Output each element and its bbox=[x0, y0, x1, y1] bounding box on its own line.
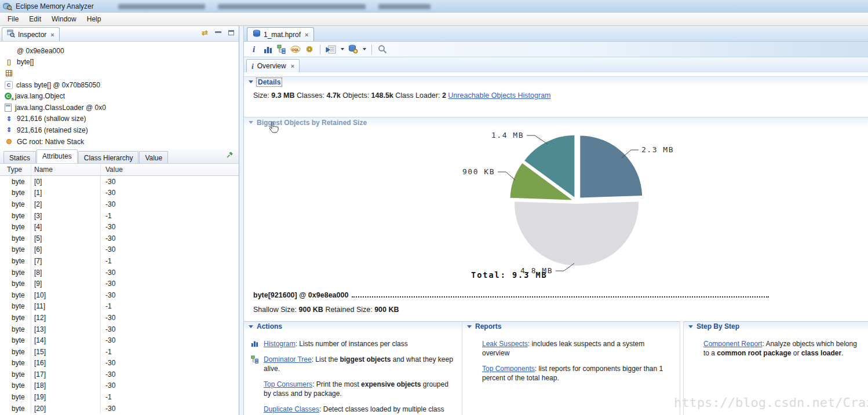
table-row[interactable]: byte[4]-30 bbox=[0, 221, 239, 233]
biggest-objects-section-header[interactable]: Biggest Objects by Retained Size bbox=[244, 117, 868, 127]
cell-type: byte bbox=[0, 393, 31, 401]
link-dominator-tree[interactable]: Dominator Tree bbox=[264, 355, 312, 363]
table-row[interactable]: byte[1]-30 bbox=[0, 188, 239, 199]
editor-tab-label: 1_mat.hprof bbox=[264, 31, 301, 39]
action-item-top-consumers: Top Consumers: Print the most expensive … bbox=[250, 380, 454, 398]
close-icon[interactable]: × bbox=[291, 63, 294, 69]
tab-attributes[interactable]: Attributes bbox=[37, 149, 78, 163]
menu-help[interactable]: Help bbox=[82, 13, 107, 25]
action-item-text: Histogram: Lists number of instances per… bbox=[264, 340, 408, 348]
dropdown-arrow-icon[interactable] bbox=[363, 48, 366, 50]
inspector-item-label: java.lang.ClassLoader @ 0x0 bbox=[15, 104, 106, 112]
link-component-report[interactable]: Component Report bbox=[703, 340, 762, 348]
table-row[interactable]: byte[7]-1 bbox=[0, 255, 239, 267]
table-row[interactable]: byte[16]-30 bbox=[0, 358, 239, 369]
link-top-components[interactable]: Top Components bbox=[482, 365, 535, 373]
tab-statics[interactable]: Statics bbox=[3, 151, 36, 163]
editor-tab-hprof[interactable]: 1_mat.hprof × bbox=[247, 27, 314, 41]
inspector-item[interactable] bbox=[0, 68, 239, 79]
table-row[interactable]: byte[0]-30 bbox=[0, 176, 239, 188]
inspector-item[interactable]: class byte[] @ 0x70b85050 bbox=[0, 79, 239, 91]
histogram-icon[interactable] bbox=[262, 43, 273, 55]
details-section-header[interactable]: Details bbox=[244, 76, 868, 87]
inspector-item[interactable]: @ 0x9e8ea000 bbox=[0, 45, 239, 57]
action-item-dominator-tree: Dominator Tree: List the biggest objects… bbox=[250, 355, 454, 373]
close-icon[interactable]: × bbox=[50, 31, 54, 38]
cell-type: byte bbox=[0, 178, 31, 186]
oql-icon[interactable]: OQL bbox=[290, 43, 301, 55]
table-row[interactable]: byte[10]-30 bbox=[0, 289, 239, 301]
table-row[interactable]: byte[12]-30 bbox=[0, 312, 239, 324]
svg-text:OQL: OQL bbox=[292, 48, 300, 52]
column-header-value[interactable]: Value bbox=[100, 164, 239, 175]
table-row[interactable]: byte[15]-1 bbox=[0, 346, 239, 358]
pin-icon[interactable] bbox=[227, 151, 234, 160]
cell-value: -30 bbox=[100, 289, 239, 301]
table-row[interactable]: byte[13]-30 bbox=[0, 324, 239, 335]
inspector-item[interactable]: java.lang.ClassLoader @ 0x0 bbox=[0, 102, 239, 113]
cell-value: -30 bbox=[100, 403, 239, 414]
pie-slice-2-3-mb[interactable] bbox=[580, 136, 642, 198]
inspector-item[interactable]: byte[] bbox=[0, 57, 239, 68]
inspector-item-label: java.lang.Object bbox=[15, 92, 65, 100]
sync-icon[interactable]: ⇄ bbox=[202, 29, 208, 36]
run-expert-report-icon[interactable] bbox=[326, 43, 336, 55]
step-by-step-header-label: Step By Step bbox=[696, 322, 739, 330]
cell-type: byte bbox=[0, 234, 31, 243]
inspector-item[interactable]: 921,616 (shallow size) bbox=[0, 113, 239, 125]
cell-value: -30 bbox=[100, 221, 239, 233]
table-row[interactable]: byte[6]-30 bbox=[0, 244, 239, 256]
step-item-text: Component Report: Analyze objects which … bbox=[703, 340, 857, 357]
array-icon bbox=[5, 58, 13, 66]
inspector-item[interactable]: GC root: Native Stack bbox=[0, 136, 239, 148]
info-icon[interactable]: i bbox=[249, 43, 259, 55]
table-row[interactable]: byte[5]-30 bbox=[0, 233, 239, 244]
maximize-icon[interactable] bbox=[228, 30, 234, 35]
link-leak-suspects[interactable]: Leak Suspects bbox=[482, 340, 528, 348]
tab-overview[interactable]: i Overview × bbox=[246, 59, 300, 72]
reports-body: Leak Suspects: includes leak suspects an… bbox=[462, 331, 680, 383]
step-by-step-section-header[interactable]: Step By Step bbox=[684, 321, 868, 331]
panel-divider[interactable] bbox=[239, 26, 244, 415]
table-row[interactable]: byte[17]-30 bbox=[0, 369, 239, 380]
calculate-retained-size-icon[interactable] bbox=[304, 43, 315, 55]
link-histogram[interactable]: Histogram bbox=[264, 340, 296, 348]
table-row[interactable]: byte[19]-1 bbox=[0, 391, 239, 403]
tab-class-hierarchy[interactable]: Class Hierarchy bbox=[78, 151, 139, 163]
open-heap-objects-icon[interactable] bbox=[348, 43, 358, 55]
inspector-item[interactable]: 921,616 (retained size) bbox=[0, 124, 239, 136]
menu-window[interactable]: Window bbox=[46, 13, 82, 25]
menu-edit[interactable]: Edit bbox=[24, 13, 46, 25]
menu-file[interactable]: File bbox=[2, 13, 24, 25]
dominator-tree-icon[interactable] bbox=[276, 43, 287, 55]
column-header-type[interactable]: Type bbox=[0, 166, 31, 174]
table-row[interactable]: byte[18]-30 bbox=[0, 380, 239, 392]
table-row[interactable]: byte[9]-30 bbox=[0, 278, 239, 289]
minimize-icon[interactable] bbox=[215, 30, 221, 35]
inspector-view-tab[interactable]: Inspector × bbox=[2, 27, 60, 41]
pie-slice-4-8-mb[interactable] bbox=[515, 201, 639, 266]
selected-object-label[interactable]: byte[921600] @ 0x9e8ea000 bbox=[253, 291, 348, 299]
table-row[interactable]: byte[3]-1 bbox=[0, 210, 239, 222]
dropdown-arrow-icon[interactable] bbox=[341, 48, 344, 50]
link-unreachable-objects-histogram[interactable]: Unreachable Objects Histogram bbox=[448, 91, 550, 100]
table-row[interactable]: byte[8]-30 bbox=[0, 267, 239, 278]
table-row[interactable]: byte[14]-30 bbox=[0, 335, 239, 346]
table-row[interactable]: byte[20]-30 bbox=[0, 403, 239, 414]
link-duplicate-classes[interactable]: Duplicate Classes bbox=[264, 405, 319, 413]
superclass-icon bbox=[5, 93, 12, 100]
action-item-text: Top Consumers: Print the most expensive … bbox=[264, 380, 448, 398]
table-row[interactable]: byte[2]-30 bbox=[0, 199, 239, 210]
actions-section-header[interactable]: Actions bbox=[244, 321, 462, 331]
close-icon[interactable]: × bbox=[305, 31, 308, 38]
link-top-consumers[interactable]: Top Consumers bbox=[264, 380, 312, 388]
reports-section-header[interactable]: Reports bbox=[462, 321, 680, 331]
column-header-name[interactable]: Name bbox=[31, 164, 100, 175]
cell-name: [20] bbox=[31, 403, 100, 414]
table-row[interactable]: byte[11]-1 bbox=[0, 301, 239, 313]
tab-value[interactable]: Value bbox=[139, 151, 168, 163]
cell-value: -30 bbox=[100, 312, 239, 324]
inspector-item[interactable]: java.lang.Object bbox=[0, 90, 239, 102]
cell-type: byte bbox=[0, 245, 31, 254]
search-icon[interactable] bbox=[377, 43, 388, 55]
